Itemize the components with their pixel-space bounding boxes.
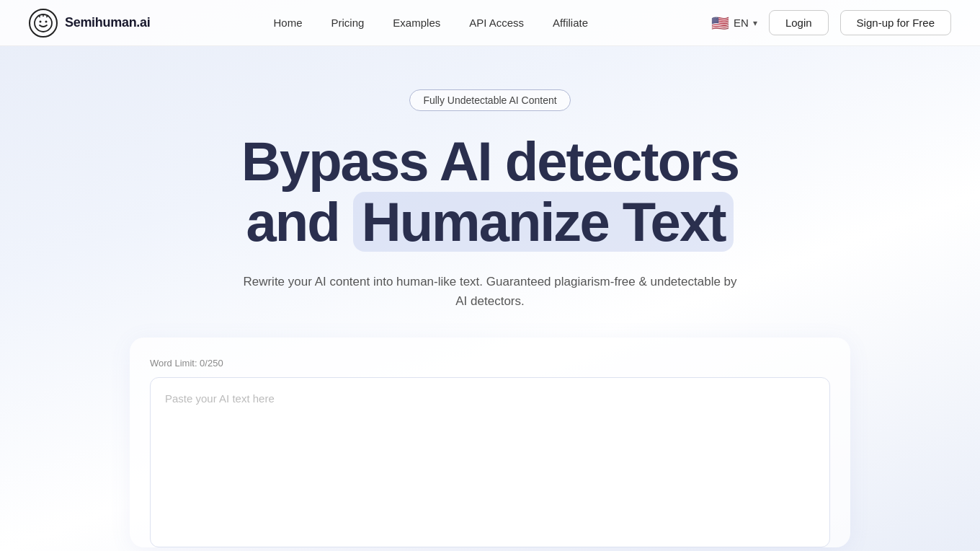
nav-api-access[interactable]: API Access — [469, 17, 524, 29]
svg-point-2 — [45, 20, 48, 22]
nav-affiliate[interactable]: Affiliate — [553, 17, 588, 29]
chevron-down-icon: ▾ — [753, 18, 757, 28]
ai-text-input[interactable] — [151, 378, 829, 544]
hero-subtitle: Rewrite your AI content into human-like … — [238, 272, 742, 311]
hero-title-line2-prefix: and — [246, 191, 353, 252]
hero-title-highlight: Humanize Text — [353, 192, 734, 252]
text-tool: Word Limit: 0/250 — [130, 338, 850, 547]
svg-point-1 — [40, 20, 42, 22]
textarea-wrapper — [150, 377, 830, 547]
brand-area: Semihuman.ai — [29, 9, 150, 38]
navbar: Semihuman.ai Home Pricing Examples API A… — [0, 0, 980, 46]
nav-examples[interactable]: Examples — [393, 17, 440, 29]
word-limit-label: Word Limit: 0/250 — [150, 358, 830, 369]
svg-point-0 — [35, 14, 52, 32]
nav-links: Home Pricing Examples API Access Affilia… — [273, 17, 588, 29]
navbar-actions: 🇺🇸 EN ▾ Login Sign-up for Free — [711, 10, 951, 35]
login-button[interactable]: Login — [769, 10, 829, 35]
hero-title: Bypass AI detectors and Humanize Text — [241, 131, 739, 252]
nav-pricing[interactable]: Pricing — [331, 17, 365, 29]
logo-icon — [29, 9, 58, 38]
language-selector[interactable]: 🇺🇸 EN ▾ — [711, 14, 757, 32]
nav-home[interactable]: Home — [273, 17, 302, 29]
signup-button[interactable]: Sign-up for Free — [840, 10, 951, 35]
flag-icon: 🇺🇸 — [711, 14, 729, 32]
hero-badge: Fully Undetectable AI Content — [409, 89, 570, 111]
brand-name: Semihuman.ai — [65, 15, 150, 30]
lang-code: EN — [734, 17, 749, 29]
hero-section: Fully Undetectable AI Content Bypass AI … — [0, 46, 980, 551]
hero-title-line1: Bypass AI detectors — [241, 131, 739, 192]
